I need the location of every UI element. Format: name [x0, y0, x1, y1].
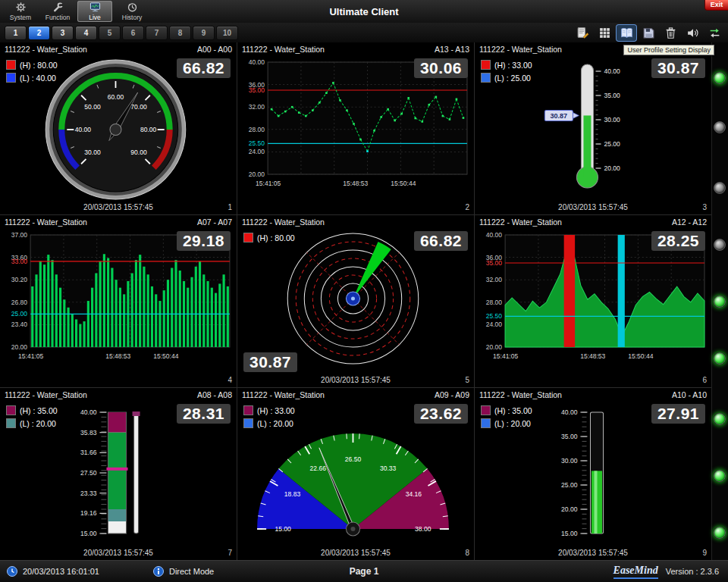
panel-channel: A07 - A07	[197, 217, 232, 227]
toolbar-tooltip: User Profile Setting Display	[623, 45, 714, 55]
switch-button[interactable]	[704, 25, 724, 41]
svg-text:35.00: 35.00	[561, 433, 578, 440]
screen-edit-button[interactable]	[573, 25, 592, 41]
panel: 111222 - Water_Station 40.0035.0030.0025…	[475, 42, 712, 215]
menu-label-live: Live	[89, 14, 101, 21]
panel-number: 8	[465, 549, 469, 557]
panel-channel: A13 - A13	[435, 45, 469, 54]
trash-icon	[664, 27, 677, 39]
legend-label: (L) : 25.00	[494, 74, 531, 83]
panel-timestamp: 20/03/2013 15:57:45	[0, 549, 237, 557]
speaker-icon	[686, 27, 699, 39]
svg-text:60.00: 60.00	[108, 93, 124, 101]
svg-text:30.33: 30.33	[380, 465, 397, 472]
svg-text:23.40: 23.40	[11, 321, 28, 328]
keypad-button[interactable]	[595, 25, 614, 41]
svg-text:19.16: 19.16	[80, 509, 97, 517]
mode-icon	[152, 565, 165, 577]
legend-item: (H) : 33.00	[243, 405, 295, 415]
svg-text:35.00: 35.00	[486, 259, 503, 267]
panel-footer: 2	[237, 202, 474, 214]
panel-channel: A09 - A09	[435, 390, 469, 399]
svg-text:35.00: 35.00	[249, 86, 265, 94]
svg-text:20.00: 20.00	[249, 171, 265, 178]
page-tab-5[interactable]: 5	[99, 26, 121, 40]
page-tabs: 12345678910	[4, 26, 239, 40]
svg-text:40.00: 40.00	[80, 408, 97, 416]
legend-swatch	[481, 418, 491, 428]
svg-text:15.00: 15.00	[275, 525, 292, 533]
svg-text:24.00: 24.00	[249, 148, 265, 155]
panel-number: 7	[228, 549, 232, 557]
svg-text:24.00: 24.00	[486, 321, 503, 328]
panel-number: 5	[465, 376, 469, 384]
menu-item-history[interactable]: History	[115, 1, 149, 22]
menu-item-function[interactable]: Function	[40, 1, 75, 22]
svg-text:35.00: 35.00	[604, 92, 621, 99]
panel-body: 30.0040.0050.0060.0070.0080.0090.00 (H) …	[0, 56, 237, 214]
legend-swatch	[6, 73, 16, 83]
svg-text:27.50: 27.50	[80, 469, 97, 477]
panel-value: 30.87	[651, 58, 705, 78]
svg-text:20.00: 20.00	[604, 164, 621, 172]
page-tab-8[interactable]: 8	[169, 26, 191, 40]
menu-item-system[interactable]: System	[3, 1, 38, 22]
svg-text:31.66: 31.66	[80, 449, 97, 456]
exit-button[interactable]: Exit	[704, 0, 728, 11]
screen-edit-icon	[576, 27, 589, 39]
svg-text:40.00: 40.00	[249, 58, 265, 66]
monitor-icon	[89, 2, 101, 13]
panel-number: 2	[465, 203, 469, 211]
svg-text:15:48:53: 15:48:53	[580, 352, 605, 360]
status-mode: Direct Mode	[169, 567, 214, 576]
legend-swatch	[243, 405, 253, 415]
history-clock-icon	[127, 2, 138, 13]
legend-item: (H) : 35.00	[6, 405, 58, 415]
panel-header: 111222 - Water_Station A12 - A12	[475, 215, 711, 229]
panel-timestamp: 20/03/2013 15:57:45	[237, 549, 474, 557]
save-button[interactable]	[639, 25, 658, 41]
panel-body: 40.0035.0030.0025.0020.0015.00 (H) : 35.…	[475, 402, 711, 560]
page-tab-9[interactable]: 9	[193, 26, 215, 40]
page-tab-7[interactable]: 7	[146, 26, 168, 40]
svg-text:40.00: 40.00	[561, 408, 578, 416]
legend-label: (L) : 20.00	[20, 419, 56, 428]
page-tab-1[interactable]: 1	[5, 26, 27, 40]
page-tab-10[interactable]: 10	[216, 26, 238, 40]
legend-swatch	[481, 405, 491, 415]
user-profile-button[interactable]	[617, 25, 636, 41]
legend-label: (L) : 20.00	[257, 419, 293, 428]
title-bar: System Function Live	[0, 0, 728, 23]
svg-text:30.20: 30.20	[11, 276, 28, 283]
switch-arrows-icon	[708, 27, 721, 39]
user-profile-book-icon	[620, 27, 633, 39]
legend-item: (L) : 25.00	[481, 73, 532, 83]
menu-item-live[interactable]: Live	[77, 1, 112, 22]
svg-text:15.00: 15.00	[80, 530, 97, 537]
legend-item: (L) : 40.00	[6, 73, 58, 83]
legend-item: (H) : 35.00	[481, 405, 532, 415]
delete-button[interactable]	[661, 25, 680, 41]
legend-item: (H) : 80.00	[6, 60, 58, 70]
panel: 111222 - Water_Station A12 - A12 40.0036…	[475, 215, 712, 388]
svg-text:32.00: 32.00	[249, 103, 265, 111]
page-tab-3[interactable]: 3	[52, 26, 74, 40]
panel: 111222 - Water_Station A07 - A07 37.0033…	[0, 215, 237, 388]
page-tab-4[interactable]: 4	[75, 26, 97, 40]
panel-body: 40.0035.8331.6627.5023.3319.1615.00 (H) …	[0, 402, 237, 560]
page-tab-2[interactable]: 2	[28, 26, 50, 40]
panel-channel: A00 - A00	[197, 45, 232, 54]
panel-footer: 20/03/2013 15:57:45 7	[0, 547, 237, 560]
brand-logo: EaseMind	[613, 565, 658, 579]
legend-label: (L) : 20.00	[494, 419, 531, 428]
panel-number: 1	[228, 203, 232, 211]
panel: 111222 - Water_Station A10 - A10 40.0035…	[475, 388, 712, 561]
panel-footer: 20/03/2013 15:57:45 5	[237, 374, 474, 387]
app-window: System Function Live	[0, 0, 728, 582]
svg-text:15:50:44: 15:50:44	[391, 180, 416, 187]
page-tab-6[interactable]: 6	[122, 26, 144, 40]
panel-station: 111222 - Water_Station	[242, 217, 325, 227]
panel-header: 111222 - Water_Station A00 - A00	[0, 42, 237, 56]
volume-button[interactable]	[682, 25, 702, 41]
legend-swatch	[6, 405, 16, 415]
